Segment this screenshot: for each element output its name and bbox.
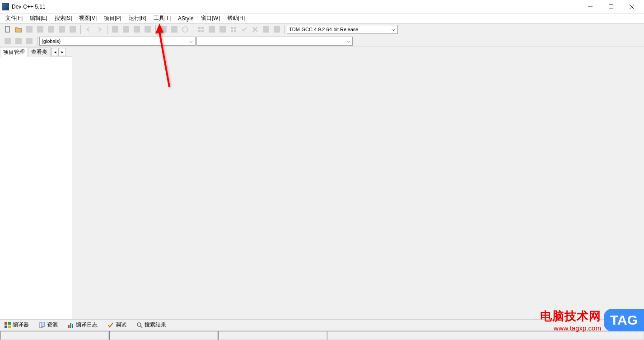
debug-button[interactable] <box>207 24 217 34</box>
tab-compile-log-label: 编译日志 <box>76 321 98 329</box>
svg-rect-11 <box>234 27 236 29</box>
find-button[interactable] <box>110 24 120 34</box>
svg-rect-21 <box>70 323 71 328</box>
compiler-select-value: TDM-GCC 4.9.2 64-bit Release <box>289 27 358 32</box>
menu-view[interactable]: 视图[V] <box>75 14 100 23</box>
menu-astyle[interactable]: AStyle <box>174 14 197 23</box>
svg-rect-12 <box>231 30 233 32</box>
rebuild-button[interactable] <box>196 24 206 34</box>
sidebar-tab-next[interactable]: ▸ <box>59 48 66 56</box>
editor-area[interactable] <box>72 47 644 319</box>
save-button[interactable] <box>24 24 34 34</box>
toolbar-browse: (globals) <box>0 35 644 47</box>
search-icon <box>136 322 143 328</box>
menu-help[interactable]: 帮助[H] <box>224 14 248 23</box>
titlebar: Dev-C++ 5.11 <box>0 0 644 14</box>
tab-resources[interactable]: 资源 <box>36 320 61 330</box>
tab-compiler[interactable]: 编译器 <box>2 320 32 330</box>
cancel-button[interactable] <box>250 24 260 34</box>
goto-fwd-button[interactable] <box>24 36 34 46</box>
chart-icon <box>68 322 74 328</box>
project-tree[interactable] <box>0 57 72 319</box>
profile-button[interactable] <box>229 24 238 34</box>
options-button[interactable] <box>272 24 282 34</box>
status-cell-1 <box>0 331 109 340</box>
open-button[interactable] <box>14 24 23 34</box>
check-button[interactable] <box>239 24 249 34</box>
menubar: 文件[F] 编辑[E] 搜索[S] 视图[V] 项目[P] 运行[R] 工具[T… <box>0 14 644 24</box>
status-cell-4 <box>327 331 644 340</box>
svg-point-5 <box>182 27 188 32</box>
svg-rect-20 <box>68 325 70 328</box>
tab-debug[interactable]: 调试 <box>105 320 129 330</box>
members-select[interactable] <box>196 37 353 46</box>
watermark-url: www.tagxp.com <box>540 324 601 332</box>
tab-compiler-label: 编译器 <box>13 321 29 329</box>
status-cell-2 <box>109 331 218 340</box>
close-file-button[interactable] <box>46 24 56 34</box>
compiler-select[interactable]: TDM-GCC 4.9.2 64-bit Release <box>287 25 398 34</box>
sidebar-tabs: 项目管理 查看类 ◂ ▸ <box>0 47 72 57</box>
replace-button[interactable] <box>121 24 131 34</box>
menu-file[interactable]: 文件[F] <box>2 14 26 23</box>
chevron-down-icon <box>391 27 396 32</box>
check-icon <box>107 322 114 328</box>
maximize-button[interactable] <box>601 0 621 14</box>
goto-button[interactable] <box>143 24 153 34</box>
tab-search-results[interactable]: 搜索结果 <box>134 320 169 330</box>
watermark: 电脑技术网 www.tagxp.com TAG <box>540 308 644 332</box>
menu-window[interactable]: 窗口[W] <box>197 14 224 23</box>
menu-run[interactable]: 运行[R] <box>125 14 150 23</box>
goto-back-button[interactable] <box>3 36 13 46</box>
stop-button[interactable] <box>218 24 228 34</box>
compile-run-button[interactable] <box>180 24 190 34</box>
menu-project[interactable]: 项目[P] <box>100 14 125 23</box>
watermark-tag: TAG <box>604 309 644 331</box>
watermark-cn: 电脑技术网 <box>540 308 601 324</box>
compile-button[interactable] <box>159 24 168 34</box>
tab-debug-label: 调试 <box>116 321 126 329</box>
redo-button[interactable] <box>94 24 104 34</box>
chevron-down-icon <box>189 38 193 44</box>
save-all-button[interactable] <box>35 24 45 34</box>
menu-edit[interactable]: 编辑[E] <box>26 14 51 23</box>
find-next-button[interactable] <box>132 24 142 34</box>
svg-rect-9 <box>201 30 204 32</box>
minimize-button[interactable] <box>580 0 601 14</box>
globals-select[interactable]: (globals) <box>39 37 196 46</box>
status-cell-3 <box>218 331 327 340</box>
svg-rect-16 <box>5 326 7 328</box>
svg-rect-22 <box>72 324 73 328</box>
svg-rect-4 <box>5 26 9 32</box>
close-button[interactable] <box>621 0 642 14</box>
new-file-button[interactable] <box>3 24 13 34</box>
svg-rect-13 <box>234 30 236 32</box>
grid-icon <box>5 322 11 328</box>
main-area: 项目管理 查看类 ◂ ▸ <box>0 47 644 319</box>
menu-tools[interactable]: 工具[T] <box>150 14 174 23</box>
svg-line-24 <box>140 326 142 328</box>
chevron-down-icon <box>346 38 350 44</box>
sidebar-tab-project[interactable]: 项目管理 <box>0 47 28 57</box>
svg-rect-17 <box>8 326 11 328</box>
sidebar-tab-classes[interactable]: 查看类 <box>28 47 51 57</box>
resources-icon <box>39 322 45 328</box>
svg-rect-8 <box>198 30 201 32</box>
delete-button[interactable] <box>261 24 271 34</box>
globals-select-value: (globals) <box>42 38 61 44</box>
svg-rect-19 <box>41 322 45 326</box>
print-button[interactable] <box>68 24 78 34</box>
svg-rect-6 <box>198 27 201 29</box>
undo-button[interactable] <box>84 24 93 34</box>
sidebar-tab-prev[interactable]: ◂ <box>51 48 59 56</box>
svg-rect-1 <box>609 5 613 9</box>
goto-bookmark-button[interactable] <box>14 36 23 46</box>
run-button[interactable] <box>169 24 179 34</box>
menu-search[interactable]: 搜索[S] <box>51 14 76 23</box>
close-all-button[interactable] <box>57 24 67 34</box>
svg-rect-14 <box>5 322 7 325</box>
toolbar-main: TDM-GCC 4.9.2 64-bit Release <box>0 24 644 35</box>
window-title: Dev-C++ 5.11 <box>12 4 580 10</box>
tab-compile-log[interactable]: 编译日志 <box>65 320 100 330</box>
app-icon <box>2 3 9 10</box>
